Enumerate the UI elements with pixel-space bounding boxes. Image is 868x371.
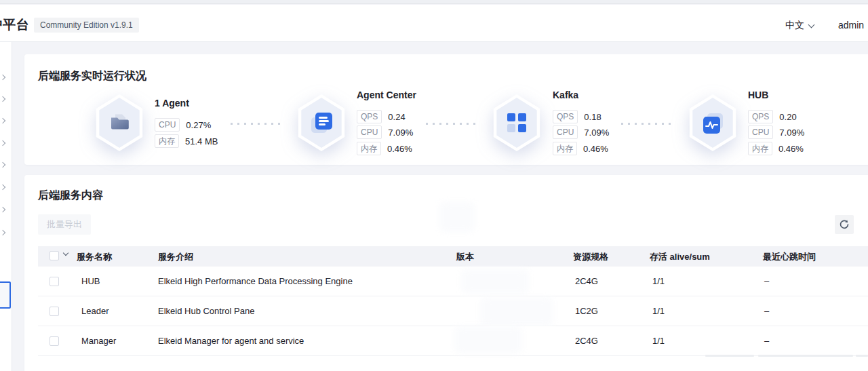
metric-row: QPS 0.24 [357,110,406,123]
app-title: 护平台 [0,16,30,34]
chevron-icon [0,96,5,102]
pulse-icon [701,111,724,134]
document-icon [310,111,333,134]
cell-name: Manager [81,336,116,346]
hub-node-icon [687,94,738,151]
metric-value: 0.20 [779,112,796,122]
watermark-remnant [856,355,868,357]
cell-desc: Elkeid Hub Control Pane [158,306,254,316]
language-selector[interactable]: 中文 [785,20,814,32]
refresh-icon [839,219,850,230]
cell-name: Leader [81,306,108,316]
select-all-checkbox[interactable] [50,251,59,260]
top-chrome-strip [0,0,868,4]
cell-name: HUB [81,276,100,286]
folder-icon [108,113,130,134]
watermark-remnant [758,355,853,357]
cell-desc: Elkeid High Performance Data Processing … [158,276,353,286]
metric-label-chip: QPS [553,110,578,123]
table-header: 服务名称 服务介绍 版本 资源规格 存活 alive/sum 最近心跳时间 [38,246,868,267]
cell-alive: 1/1 [652,306,665,316]
metric-value: 51.4 MB [185,136,218,147]
metric-label-chip: CPU [553,125,578,139]
node-title: Kafka [553,90,578,100]
chevron-icon [0,75,5,80]
table-row[interactable]: Leader Elkeid Hub Control Pane 1C2G 1/1 … [38,296,868,326]
metric-value: 7.09% [584,128,609,138]
col-header-spec: 资源规格 [573,251,608,263]
cell-heartbeat: – [764,276,769,286]
connector-dotted-line [621,123,674,125]
chevron-icon [0,207,5,212]
metric-row: 内存 51.4 MB [155,134,218,148]
chevron-icon [0,118,5,123]
row-checkbox[interactable] [50,336,59,346]
metric-value: 7.09% [779,128,804,138]
chevron-icon [0,184,5,190]
redaction-smudge [454,326,522,353]
col-header-desc: 服务介绍 [158,251,193,263]
metric-label-chip: CPU [155,118,180,132]
redaction-smudge [461,269,529,294]
metric-row: QPS 0.18 [553,110,601,123]
row-checkbox[interactable] [50,277,59,286]
metric-row: 内存 0.46% [553,142,608,155]
status-panel: 后端服务实时运行状况 [24,54,868,165]
row-checkbox[interactable] [50,307,59,316]
top-header: 护平台 Community Edition v1.9.1 中文 admin [0,5,868,42]
agent-center-node-icon [296,94,347,151]
redaction-smudge [439,202,475,232]
connector-dotted-line [231,123,285,125]
metric-value: 7.09% [388,128,413,138]
cell-spec: 2C4G [575,336,598,346]
content-panel-title: 后端服务内容 [38,189,103,203]
redaction-smudge [480,298,553,326]
table-row[interactable]: Manager Elkeid Manager for agent and ser… [38,326,868,356]
metric-value: 0.24 [388,112,405,122]
cell-spec: 2C4G [575,276,598,286]
user-menu[interactable]: admin [838,20,864,31]
cell-heartbeat: – [764,336,769,346]
node-title: 1 Agent [155,98,189,109]
metric-value: 0.46% [387,144,412,154]
node-title: Agent Center [357,90,416,100]
metric-row: CPU 7.09% [553,125,609,139]
chevron-down-icon[interactable] [63,250,68,256]
sidebar-active-item[interactable] [0,281,11,309]
metric-label-chip: QPS [357,110,382,123]
content-panel: 后端服务内容 批量导出 服务名称 服务介绍 版本 资源规格 存活 alive/s… [24,175,868,371]
chevron-icon [0,230,5,235]
col-header-heartbeat: 最近心跳时间 [763,251,816,263]
table-row[interactable]: HUB Elkeid High Performance Data Process… [38,267,868,296]
metric-label-chip: QPS [748,110,773,123]
metric-value: 0.18 [584,112,601,122]
col-header-alive: 存活 alive/sum [650,251,710,263]
metric-value: 0.46% [583,144,608,154]
metric-label-chip: 内存 [357,142,381,155]
metric-row: CPU 0.27% [155,118,211,132]
node-title: HUB [748,90,768,100]
status-panel-title: 后端服务实时运行状况 [38,69,146,83]
metric-label-chip: CPU [748,125,773,139]
refresh-button[interactable] [835,215,854,234]
edition-badge: Community Edition v1.9.1 [34,18,139,33]
watermark-remnant [705,355,754,357]
metric-value: 0.46% [778,144,804,154]
metric-row: CPU 7.09% [748,125,804,139]
cell-heartbeat: – [764,306,769,316]
metric-row: CPU 7.09% [357,125,413,139]
metric-label-chip: CPU [357,125,382,139]
metric-label-chip: 内存 [553,142,577,155]
sidebar-collapsed[interactable] [0,42,12,371]
metric-label-chip: 内存 [748,142,772,155]
metric-row: QPS 0.20 [748,110,797,123]
col-header-name: 服务名称 [77,251,112,263]
metric-value: 0.27% [186,120,211,130]
agent-node-icon [94,94,145,151]
cell-alive: 1/1 [652,276,665,286]
connector-dotted-line [426,123,479,125]
app-window: 护平台 Community Edition v1.9.1 中文 admin 后端… [0,0,868,371]
chevron-down-icon [808,22,815,28]
language-label: 中文 [785,20,804,31]
batch-export-button[interactable]: 批量导出 [38,214,91,235]
